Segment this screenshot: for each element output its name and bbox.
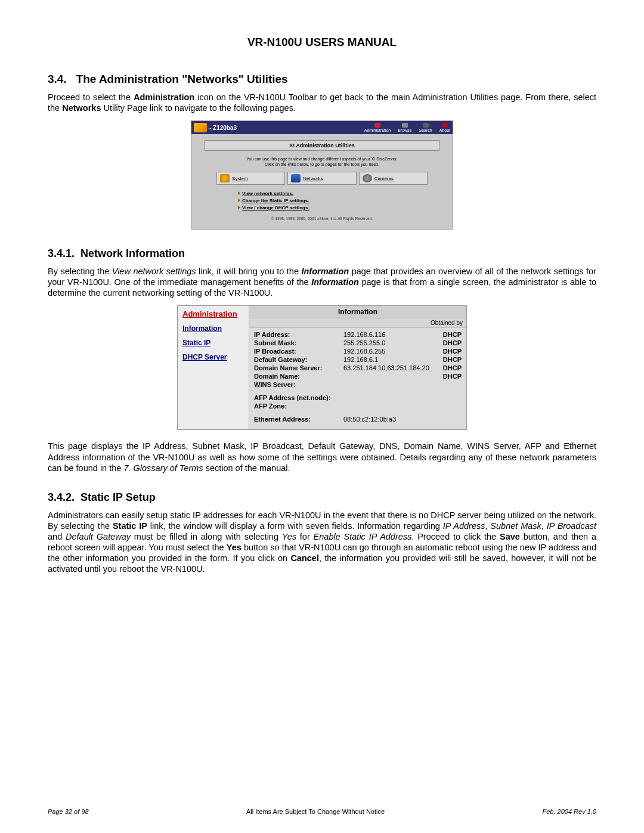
nav-search[interactable]: Search — [419, 123, 432, 132]
section-342-para: Administrators can easily setup static I… — [48, 510, 596, 575]
section-number: 3.4.1. — [48, 247, 75, 259]
app-title-bar: - Z120ba3 Administration Browse Search A… — [191, 121, 453, 134]
sidebar-static-ip[interactable]: Static IP — [182, 339, 244, 347]
section-title: Static IP Setup — [80, 491, 156, 503]
sidebar-information[interactable]: Information — [182, 324, 244, 333]
tab-system[interactable]: System — [216, 172, 285, 185]
app-logo-icon — [194, 123, 207, 132]
link-change-static-ip[interactable]: Change the Static IP settings. — [238, 198, 453, 203]
hostname-label: - Z120ba3 — [209, 125, 237, 131]
sidebar-administration[interactable]: Administration — [182, 309, 244, 318]
link-view-network-settings[interactable]: View network settings. — [238, 191, 453, 196]
document-title: VR-N100U USERS MANUAL — [48, 36, 596, 49]
nav-administration[interactable]: Administration — [364, 123, 391, 132]
tab-cameras[interactable]: Cameras — [359, 172, 428, 185]
section-341-para-1: By selecting the View network settings l… — [48, 266, 596, 298]
section-342-heading: 3.4.2. Static IP Setup — [48, 491, 596, 504]
table-row: AFP Address (net.node): — [254, 394, 462, 402]
section-title: Network Information — [80, 247, 185, 259]
tab-networks[interactable]: Networks — [287, 172, 356, 185]
network-info-table: IP Address:192.168.6.116DHCP Subnet Mask… — [249, 328, 466, 429]
table-row: Domain Name:DHCP — [254, 372, 462, 380]
nav-about[interactable]: About — [439, 123, 450, 132]
table-row: Domain Name Server:63.251.184.10,63.251.… — [254, 364, 462, 372]
sidebar: Administration Information Static IP DHC… — [178, 306, 249, 429]
footer-disclaimer: All Items Are Subject To Change Without … — [89, 808, 543, 815]
footer-revision: Feb. 2004 Rev 1.0 — [542, 808, 596, 815]
admin-utilities-screenshot: - Z120ba3 Administration Browse Search A… — [191, 120, 453, 230]
page-footer: Page 32 of 98 All Items Are Subject To C… — [48, 808, 596, 815]
table-row: Subnet Mask:255.255.255.0DHCP — [254, 339, 462, 347]
footer-page-number: Page 32 of 98 — [48, 808, 89, 815]
section-34-heading: 3.4. The Administration "Networks" Utili… — [48, 73, 596, 86]
link-view-change-dhcp[interactable]: View / change DHCP settings. — [238, 205, 453, 210]
obtained-by-header: Obtained by — [249, 318, 466, 328]
section-341-heading: 3.4.1. Network Information — [48, 247, 596, 260]
network-icon — [291, 174, 301, 182]
table-row: Ethernet Address:08:50:c2:12:0b:a3 — [254, 415, 462, 423]
sidebar-dhcp-server[interactable]: DHCP Server — [182, 353, 244, 361]
table-row: WINS Server: — [254, 380, 462, 389]
table-row: Default Gateway:192.168.6.1DHCP — [254, 355, 462, 364]
section-title: The Administration "Networks" Utilities — [76, 73, 288, 85]
table-row: AFP Zone: — [254, 402, 462, 410]
camera-icon — [363, 174, 372, 182]
gear-icon — [220, 174, 230, 182]
section-34-para: Proceed to select the Administration ico… — [48, 92, 596, 113]
copyright-text: © 1998, 1999, 2000, 2001 zStore, Inc. Al… — [191, 216, 453, 221]
table-row: IP Broadcast:192.168.6.255DHCP — [254, 347, 462, 355]
section-number: 3.4.2. — [48, 491, 75, 503]
nav-browse[interactable]: Browse — [398, 123, 411, 132]
info-panel-title: Information — [249, 306, 466, 318]
section-number: 3.4. — [48, 73, 67, 85]
information-page-screenshot: Administration Information Static IP DHC… — [177, 305, 467, 430]
admin-subtext: You can use this page to view and change… — [205, 157, 439, 167]
section-341-para-2: This page displays the IP Address, Subne… — [48, 441, 596, 473]
table-row: IP Address:192.168.6.116DHCP — [254, 330, 462, 339]
admin-utilities-banner: X! Administration Utilities — [205, 140, 439, 151]
